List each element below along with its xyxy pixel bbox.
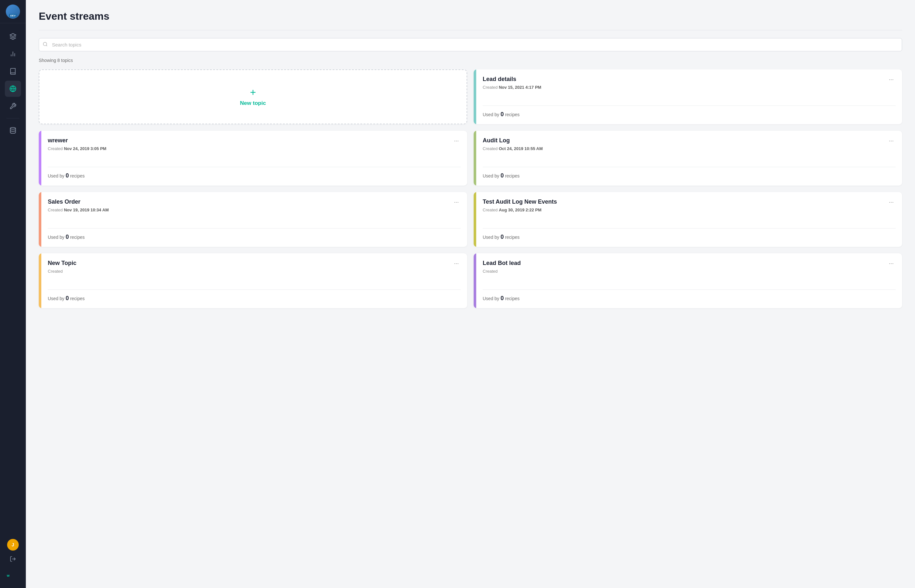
sidebar-divider (6, 118, 19, 118)
topic-card-lead-details: Lead details ··· Created Nov 15, 2021 4:… (474, 69, 902, 124)
sidebar-nav (0, 23, 26, 539)
sidebar-item-recipes[interactable] (5, 63, 21, 79)
topic-divider (483, 289, 896, 290)
svg-marker-0 (10, 34, 16, 37)
topic-usage: Used by 0 recipes (48, 295, 461, 302)
topic-accent (474, 254, 476, 308)
sidebar-logout-btn[interactable] (7, 553, 19, 565)
topic-divider (483, 167, 896, 167)
topics-grid: + New topic Lead details ··· Created Nov… (39, 69, 902, 308)
topic-name: Lead Bot lead (483, 260, 521, 267)
topic-usage: Used by 0 recipes (483, 111, 896, 118)
new-topic-card[interactable]: + New topic (39, 69, 467, 124)
topic-more-btn[interactable]: ··· (887, 76, 896, 83)
showing-label: Showing 8 topics (39, 58, 902, 63)
svg-point-9 (43, 42, 47, 46)
topic-more-btn[interactable]: ··· (452, 199, 461, 205)
topic-name: Audit Log (483, 137, 510, 144)
topic-accent (39, 192, 41, 247)
topic-more-btn[interactable]: ··· (452, 137, 461, 144)
search-input[interactable] (39, 38, 902, 51)
topic-divider (483, 105, 896, 106)
topic-card-test-audit-log: Test Audit Log New Events ··· Created Au… (474, 192, 902, 247)
topic-card-body: Audit Log ··· Created Oct 24, 2019 10:55… (476, 131, 902, 186)
topic-created: Created Aug 30, 2019 2:22 PM (483, 207, 896, 212)
topic-accent (474, 131, 476, 186)
topic-created: Created (483, 269, 896, 274)
svg-line-10 (46, 45, 47, 46)
sidebar: J w (0, 0, 26, 588)
topic-accent (474, 69, 476, 124)
topic-name: wrewer (48, 137, 68, 144)
topic-card-header: Test Audit Log New Events ··· (483, 199, 896, 205)
topic-created: Created (48, 269, 461, 274)
topic-divider (48, 167, 461, 167)
topic-card-header: Lead details ··· (483, 76, 896, 83)
main-content: Event streams Showing 8 topics + New top… (26, 0, 915, 588)
workato-logo: w (0, 567, 26, 583)
topic-more-btn[interactable]: ··· (452, 260, 461, 267)
user-avatar[interactable]: J (7, 539, 19, 551)
topic-card-body: Test Audit Log New Events ··· Created Au… (476, 192, 902, 247)
topic-name: New Topic (48, 260, 76, 267)
topic-card-lead-bot-lead: Lead Bot lead ··· Created Used by 0 reci… (474, 254, 902, 308)
topic-created: Created Oct 24, 2019 10:55 AM (483, 146, 896, 151)
sidebar-logo[interactable] (0, 0, 26, 23)
new-topic-plus-icon: + (250, 87, 256, 97)
svg-point-6 (10, 128, 16, 129)
sidebar-item-database[interactable] (5, 122, 21, 139)
logo-globe-icon (6, 5, 20, 19)
topic-card-sales-order: Sales Order ··· Created Nov 19, 2019 10:… (39, 192, 467, 247)
new-topic-label: New topic (240, 100, 266, 107)
topic-accent (39, 254, 41, 308)
search-wrapper (39, 38, 902, 51)
sidebar-item-event-streams[interactable] (5, 81, 21, 97)
topic-usage: Used by 0 recipes (483, 172, 896, 179)
sidebar-item-analytics[interactable] (5, 46, 21, 62)
topic-more-btn[interactable]: ··· (887, 137, 896, 144)
topic-card-header: Audit Log ··· (483, 137, 896, 144)
topic-usage: Used by 0 recipes (483, 295, 896, 302)
topic-usage: Used by 0 recipes (483, 234, 896, 241)
topic-card-header: Sales Order ··· (48, 199, 461, 205)
topic-divider (48, 289, 461, 290)
topic-more-btn[interactable]: ··· (887, 260, 896, 267)
topic-name: Sales Order (48, 199, 81, 205)
topic-name: Test Audit Log New Events (483, 199, 557, 205)
topic-name: Lead details (483, 76, 516, 82)
topic-created: Created Nov 15, 2021 4:17 PM (483, 85, 896, 90)
topic-card-body: New Topic ··· Created Used by 0 recipes (41, 254, 467, 308)
topic-card-header: New Topic ··· (48, 260, 461, 267)
topic-card-body: Lead Bot lead ··· Created Used by 0 reci… (476, 254, 902, 308)
topic-usage: Used by 0 recipes (48, 234, 461, 241)
topic-card-new-topic: New Topic ··· Created Used by 0 recipes (39, 254, 467, 308)
topic-card-audit-log: Audit Log ··· Created Oct 24, 2019 10:55… (474, 131, 902, 186)
topic-accent (474, 192, 476, 247)
topic-card-header: Lead Bot lead ··· (483, 260, 896, 267)
sidebar-bottom: J w (0, 539, 26, 588)
topic-card-wrewer: wrewer ··· Created Nov 24, 2019 3:05 PM … (39, 131, 467, 186)
topic-created: Created Nov 24, 2019 3:05 PM (48, 146, 461, 151)
topic-created: Created Nov 19, 2019 10:34 AM (48, 207, 461, 212)
topic-card-body: wrewer ··· Created Nov 24, 2019 3:05 PM … (41, 131, 467, 186)
topic-card-header: wrewer ··· (48, 137, 461, 144)
page-title: Event streams (39, 10, 902, 22)
topic-card-body: Lead details ··· Created Nov 15, 2021 4:… (476, 69, 902, 124)
sidebar-item-tools[interactable] (5, 98, 21, 114)
search-icon (43, 42, 48, 48)
topic-usage: Used by 0 recipes (48, 172, 461, 179)
topic-card-body: Sales Order ··· Created Nov 19, 2019 10:… (41, 192, 467, 247)
svg-text:w: w (6, 573, 10, 577)
topic-accent (39, 131, 41, 186)
topic-more-btn[interactable]: ··· (887, 199, 896, 205)
sidebar-item-layers[interactable] (5, 28, 21, 45)
